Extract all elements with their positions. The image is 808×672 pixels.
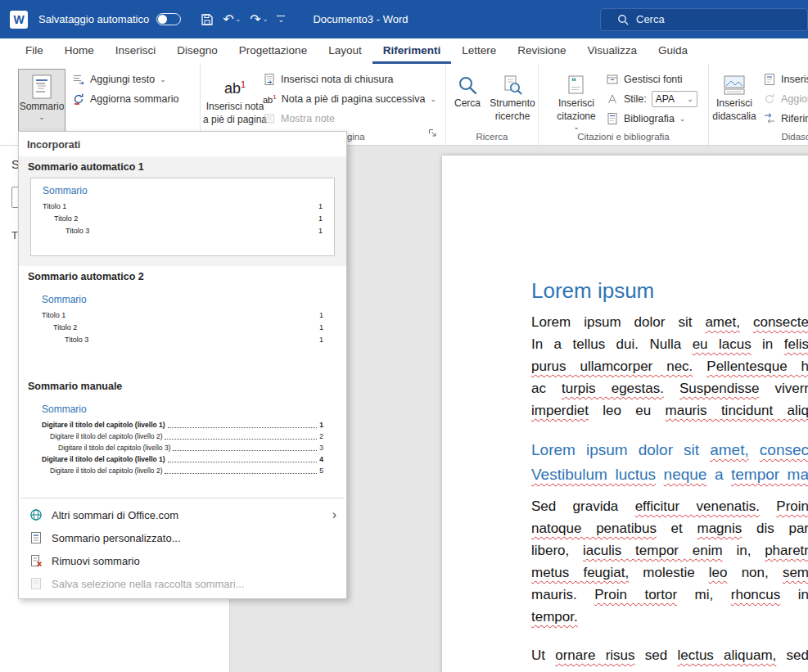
- toc-preview-heading: Sommario: [43, 185, 323, 196]
- doc-line: purus ullamcorper nec. Pellentesque h: [531, 355, 808, 377]
- save-button[interactable]: [201, 13, 214, 26]
- save-icon: [201, 13, 214, 26]
- redo-button[interactable]: ↷ ⌄: [250, 13, 268, 26]
- misspelled-word: iaculis tempor enim: [583, 543, 723, 558]
- smart-search-label: Cerca: [454, 97, 481, 109]
- toc-gallery-item-auto2[interactable]: Sommario automatico 2 SommarioTitolo 11T…: [19, 266, 346, 376]
- next-footnote-button[interactable]: ab1 Nota a piè di pagina successiva ⌄: [263, 90, 436, 108]
- magnifier-icon: [457, 74, 478, 96]
- cross-reference-button[interactable]: Riferimento incrociato: [763, 110, 808, 128]
- style-select[interactable]: APA ⌄: [652, 91, 697, 107]
- misspelled-word: Proin tortor: [594, 587, 677, 602]
- researcher-label-1: Strumento: [490, 97, 535, 109]
- style-label: Stile:: [624, 93, 647, 105]
- menu-item-label: Rimuovi sommario: [52, 555, 140, 567]
- researcher-label-2: ricerche: [495, 110, 530, 122]
- tab-guida[interactable]: Guida: [648, 38, 698, 64]
- insert-footnote-label-2: a piè di pagina: [203, 114, 267, 125]
- save-gallery-icon: [29, 577, 43, 590]
- group-ricerca: Cerca Strumento ricerche Ricerca: [446, 64, 539, 145]
- misspelled-word: Proin: [776, 498, 808, 514]
- toc-preview-heading: Sommario: [42, 294, 323, 305]
- misspelled-word: leo: [709, 565, 728, 580]
- menu-separator: [20, 498, 345, 498]
- toc-gallery-item-auto1[interactable]: Sommario automatico 1 SommarioTitolo 11T…: [19, 156, 346, 266]
- manage-sources-icon: [606, 73, 619, 86]
- misspelled-word: purus ullamcorper nec.: [531, 359, 693, 374]
- redo-caret-icon[interactable]: ⌄: [263, 16, 269, 23]
- bibliography-caret-icon: ⌄: [679, 115, 686, 122]
- manage-sources-button[interactable]: Gestisci fonti: [606, 70, 683, 88]
- toggle-knob: [158, 15, 167, 24]
- toc-gallery-preview: SommarioTitolo 11Titolo 21Titolo 31: [30, 287, 335, 366]
- toc-preview-row: Titolo 11: [43, 201, 323, 213]
- style-value: APA: [656, 93, 675, 105]
- autosave-control[interactable]: Salvataggio automatico: [38, 13, 181, 25]
- update-toc-label: Aggiorna sommario: [90, 93, 178, 105]
- insert-endnote-button[interactable]: Inserisci nota di chiusura: [263, 70, 394, 88]
- insert-footnote-button[interactable]: ab1 Inserisci nota a piè di pagina: [209, 68, 261, 132]
- undo-button[interactable]: ↶ ⌄: [223, 13, 241, 26]
- menu-item-remove-toc[interactable]: Rimuovi sommario: [19, 549, 346, 572]
- update-toc-button[interactable]: Aggiorna sommario: [72, 90, 178, 108]
- toc-gallery-item-manual[interactable]: Sommario manuale SommarioDigitare il tit…: [19, 376, 346, 493]
- paragraph: Sed gravida efficitur venenatis. Proinna…: [531, 495, 808, 628]
- tab-progettazione[interactable]: Progettazione: [228, 38, 318, 64]
- tab-disegno[interactable]: Disegno: [166, 38, 228, 64]
- update-toc-icon: [72, 92, 85, 106]
- insert-citation-label-1: Inserisci: [558, 97, 594, 109]
- next-footnote-icon: ab1: [263, 93, 277, 105]
- researcher-button[interactable]: Strumento ricerche: [489, 69, 536, 133]
- doc-line: libero, iaculis tempor enim in, pharetr: [531, 539, 808, 562]
- insert-caption-label-1: Inserisci: [716, 97, 752, 109]
- tab-file[interactable]: File: [15, 38, 54, 64]
- chevron-down-icon: ⌄: [278, 17, 285, 23]
- tab-visualizza[interactable]: Visualizza: [577, 38, 648, 64]
- menu-item-save-selection-gallery: Salva selezione nella raccolta sommari..…: [19, 572, 346, 595]
- tab-revisione[interactable]: Revisione: [507, 38, 576, 64]
- misspelled-word: ornare risus: [555, 647, 634, 663]
- tab-layout[interactable]: Layout: [318, 38, 372, 64]
- insert-citation-button[interactable]: “ Inserisci citazione ⌄: [553, 69, 599, 133]
- toc-button[interactable]: Sommario ⌄: [18, 69, 65, 133]
- misspelled-word: felis: [784, 336, 808, 352]
- document-title: Documento3 - Word: [313, 13, 408, 25]
- document-page[interactable]: Lorem ipsumLorem ipsum dolor sit amet, c…: [442, 156, 808, 672]
- next-footnote-label: Nota a piè di pagina successiva: [282, 93, 426, 105]
- tab-inserisci[interactable]: Inserisci: [105, 38, 167, 64]
- insert-caption-button[interactable]: Inserisci didascalia: [711, 69, 758, 133]
- misspelled-word: imperdiet: [531, 403, 589, 418]
- misspelled-word: Pellentesque h: [706, 359, 808, 374]
- doc-line: ac turpis egestas. Suspendisse viverr: [531, 377, 808, 399]
- add-text-button[interactable]: Aggiungi testo ⌄: [72, 70, 166, 88]
- group-ricerca-label: Ricerca: [446, 132, 538, 142]
- toc-preview-row: Titolo 31: [42, 334, 323, 346]
- insert-caption-label-2: didascalia: [712, 110, 756, 122]
- toc-gallery-item-title: Sommario automatico 2: [20, 268, 345, 286]
- search-icon: [617, 14, 629, 25]
- toc-gallery-preview: SommarioTitolo 11Titolo 21Titolo 31: [30, 178, 335, 256]
- tab-home[interactable]: Home: [54, 38, 105, 64]
- doc-line: Lorem ipsum dolor sit amet, consec: [531, 438, 808, 462]
- menu-item-label: Altri sommari di Office.com: [52, 509, 178, 521]
- tab-lettere[interactable]: Lettere: [451, 38, 507, 64]
- autosave-toggle[interactable]: [156, 13, 181, 25]
- tab-riferimenti[interactable]: Riferimenti: [372, 38, 452, 64]
- svg-text:“: “: [571, 76, 576, 88]
- menu-item-more-toc-office[interactable]: Altri sommari di Office.com›: [19, 503, 346, 526]
- customize-quick-access-button[interactable]: ⌄: [277, 16, 285, 23]
- undo-caret-icon[interactable]: ⌄: [236, 16, 241, 23]
- insert-endnote-label: Inserisci nota di chiusura: [281, 74, 394, 85]
- bibliography-button[interactable]: Bibliografia ⌄: [606, 110, 685, 128]
- style-caret-icon: ⌄: [687, 96, 693, 102]
- show-notes-icon: [263, 112, 276, 125]
- toc-preview-row: Titolo 21: [43, 213, 323, 225]
- document-body: Lorem ipsumLorem ipsum dolor sit amet, c…: [531, 277, 808, 672]
- search-box[interactable]: Cerca: [600, 8, 808, 31]
- doc-line: Sed gravida efficitur venenatis. Proin: [531, 495, 808, 517]
- smart-search-button[interactable]: Cerca: [449, 69, 486, 133]
- misspelled-word: amet,: [705, 314, 740, 330]
- toc-preview-row: Digitare il titolo del capitolo (livello…: [42, 419, 323, 431]
- insert-table-figures-button[interactable]: Inserisci indice delle figure: [763, 70, 808, 88]
- menu-item-custom-toc[interactable]: Sommario personalizzato...: [19, 526, 346, 549]
